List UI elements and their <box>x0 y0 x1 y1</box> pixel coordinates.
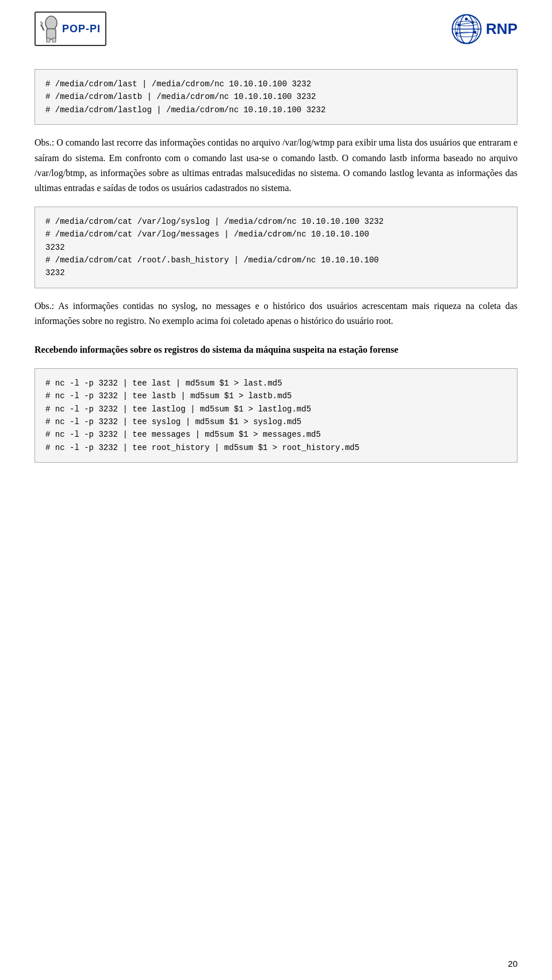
svg-line-17 <box>459 22 473 25</box>
code-line: # /media/cdrom/cat /var/log/syslog | /me… <box>45 215 507 228</box>
poppi-logo: POP-PI <box>34 12 106 46</box>
poppi-logo-text: POP-PI <box>62 23 101 35</box>
code-line: # nc -l -p 3232 | tee lastb | md5sum $1 … <box>45 390 507 402</box>
header: POP-PI <box>34 12 518 52</box>
code-line: # /media/cdrom/lastb | /media/cdrom/nc 1… <box>45 90 507 103</box>
code-line: # /media/cdrom/lastlog | /media/cdrom/nc… <box>45 104 507 116</box>
code-line: # nc -l -p 3232 | tee lastlog | md5sum $… <box>45 403 507 415</box>
poppi-hand-icon <box>40 15 62 43</box>
code-line: # nc -l -p 3232 | tee syslog | md5sum $1… <box>45 415 507 428</box>
code-block-3: # nc -l -p 3232 | tee last | md5sum $1 >… <box>34 368 518 463</box>
svg-rect-2 <box>47 38 50 43</box>
code-line: 3232 <box>45 241 507 254</box>
svg-point-0 <box>45 16 57 30</box>
svg-rect-3 <box>52 38 56 43</box>
code-block-1: # /media/cdrom/last | /media/cdrom/nc 10… <box>34 69 518 125</box>
paragraph-1: Obs.: O comando last recorre das informa… <box>34 135 518 196</box>
page-number: 20 <box>508 959 518 968</box>
section-heading: Recebendo informações sobre os registros… <box>34 342 518 357</box>
svg-rect-1 <box>47 29 56 39</box>
rnp-logo-text: RNP <box>486 20 518 38</box>
page-container: POP-PI <box>0 0 552 980</box>
code-block-2: # /media/cdrom/cat /var/log/syslog | /me… <box>34 207 518 288</box>
code-line: # nc -l -p 3232 | tee messages | md5sum … <box>45 428 507 441</box>
code-line: # nc -l -p 3232 | tee root_history | md5… <box>45 441 507 454</box>
code-line: # /media/cdrom/cat /root/.bash_history |… <box>45 254 507 266</box>
paragraph-2: Obs.: As informações contidas no syslog,… <box>34 299 518 329</box>
code-line: 3232 <box>45 266 507 279</box>
code-line: # /media/cdrom/cat /var/log/messages | /… <box>45 228 507 241</box>
rnp-logo: RNP <box>451 13 518 45</box>
code-line: # /media/cdrom/last | /media/cdrom/nc 10… <box>45 78 507 90</box>
code-line: # nc -l -p 3232 | tee last | md5sum $1 >… <box>45 377 507 390</box>
rnp-globe-icon <box>451 13 482 45</box>
svg-point-5 <box>40 22 43 25</box>
